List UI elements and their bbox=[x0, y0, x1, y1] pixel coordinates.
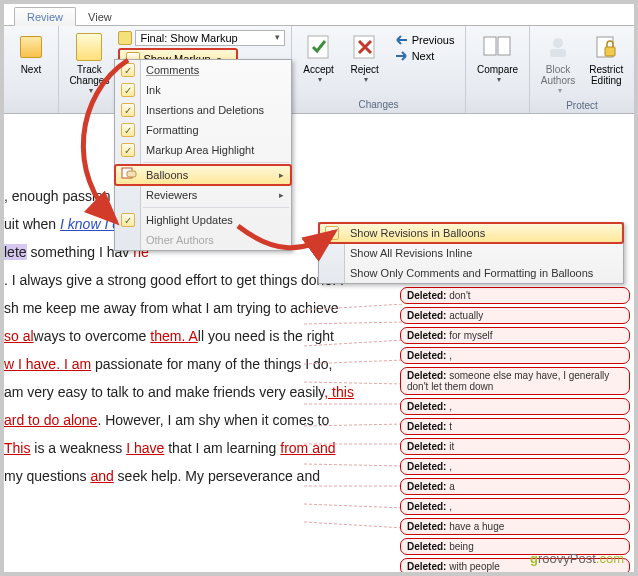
menu-insertions-deletions[interactable]: ✓Insertions and Deletions bbox=[115, 100, 291, 120]
revision-balloon[interactable]: Deleted: actually bbox=[400, 307, 630, 324]
revision-balloon[interactable]: Deleted: have a huge bbox=[400, 518, 630, 535]
reject-button[interactable]: Reject bbox=[344, 28, 386, 87]
ribbon: Next Track Changes Final: Show Markup bbox=[4, 26, 634, 114]
chevron-right-icon: ▸ bbox=[279, 190, 284, 200]
revision-balloon[interactable]: Deleted: t bbox=[400, 418, 630, 435]
svg-rect-5 bbox=[550, 49, 566, 57]
display-for-review-select[interactable]: Final: Show Markup bbox=[135, 30, 285, 46]
tab-view[interactable]: View bbox=[76, 8, 124, 25]
compare-button[interactable]: Compare bbox=[472, 28, 523, 87]
comment-next-label: Next bbox=[21, 64, 42, 75]
menu-balloons[interactable]: Balloons ▸ bbox=[115, 165, 291, 185]
revision-balloon[interactable]: Deleted: , bbox=[400, 398, 630, 415]
track-changes-label: Track Changes bbox=[69, 64, 109, 86]
revision-balloon[interactable]: Deleted: it bbox=[400, 438, 630, 455]
chevron-right-icon: ▸ bbox=[279, 170, 284, 180]
ribbon-group-protect-label: Protect bbox=[566, 98, 598, 114]
submenu-show-inline[interactable]: Show All Revisions Inline bbox=[319, 243, 623, 263]
show-markup-menu: ✓Comments ✓Ink ✓Insertions and Deletions… bbox=[114, 59, 292, 251]
doc-line: , enough passion to bbox=[4, 188, 126, 204]
revision-balloon[interactable]: Deleted: for myself bbox=[400, 327, 630, 344]
menu-formatting[interactable]: ✓Formatting bbox=[115, 120, 291, 140]
revision-balloon[interactable]: Deleted: don't bbox=[400, 287, 630, 304]
reject-label: Reject bbox=[350, 64, 378, 75]
revision-balloon[interactable]: Deleted: , bbox=[400, 498, 630, 515]
arrow-left-icon bbox=[395, 34, 409, 46]
changes-previous-button[interactable]: Previous bbox=[390, 32, 460, 48]
tab-review[interactable]: Review bbox=[14, 7, 76, 26]
restrict-editing-button[interactable]: Restrict Editing bbox=[584, 28, 628, 89]
svg-rect-7 bbox=[605, 47, 615, 56]
block-authors-label: Block Authors bbox=[541, 64, 575, 86]
submenu-show-comments-fmt[interactable]: Show Only Comments and Formatting in Bal… bbox=[319, 263, 623, 283]
revision-balloons-column: Deleted: don'tDeleted: actuallyDeleted: … bbox=[400, 287, 630, 576]
accept-label: Accept bbox=[303, 64, 334, 75]
svg-rect-3 bbox=[498, 37, 510, 55]
changes-previous-label: Previous bbox=[412, 34, 455, 46]
restrict-editing-label: Restrict Editing bbox=[589, 64, 623, 86]
watermark: groovyPost.com bbox=[530, 551, 624, 566]
comment-next-button[interactable]: Next bbox=[10, 28, 52, 78]
balloons-submenu: ✓Show Revisions in Balloons Show All Rev… bbox=[318, 222, 624, 284]
track-changes-button[interactable]: Track Changes bbox=[64, 28, 114, 98]
arrow-right-icon bbox=[395, 50, 409, 62]
changes-next-label: Next bbox=[412, 50, 435, 62]
display-for-review-value: Final: Show Markup bbox=[140, 32, 237, 44]
changes-next-button[interactable]: Next bbox=[390, 48, 460, 64]
menu-reviewers[interactable]: Reviewers▸ bbox=[115, 185, 291, 205]
svg-point-4 bbox=[553, 38, 563, 48]
menu-ink[interactable]: ✓Ink bbox=[115, 80, 291, 100]
revision-balloon[interactable]: Deleted: someone else may have, I genera… bbox=[400, 367, 630, 395]
ribbon-group-changes-label: Changes bbox=[359, 97, 399, 113]
compare-label: Compare bbox=[477, 64, 518, 75]
revision-balloon[interactable]: Deleted: , bbox=[400, 458, 630, 475]
menu-markup-area[interactable]: ✓Markup Area Highlight bbox=[115, 140, 291, 160]
submenu-show-revisions-balloons[interactable]: ✓Show Revisions in Balloons bbox=[319, 223, 623, 243]
menu-highlight-updates[interactable]: ✓Highlight Updates bbox=[115, 210, 291, 230]
svg-rect-21 bbox=[127, 171, 136, 177]
svg-rect-2 bbox=[484, 37, 496, 55]
revision-balloon[interactable]: Deleted: , bbox=[400, 347, 630, 364]
menu-comments[interactable]: ✓Comments bbox=[115, 60, 291, 80]
balloons-icon bbox=[121, 167, 137, 183]
block-authors-button[interactable]: Block Authors bbox=[536, 28, 580, 98]
balloon-tiny-icon bbox=[118, 31, 132, 45]
accept-button[interactable]: Accept bbox=[298, 28, 340, 87]
menu-other-authors: Other Authors bbox=[115, 230, 291, 250]
svg-rect-0 bbox=[308, 36, 328, 58]
revision-balloon[interactable]: Deleted: a bbox=[400, 478, 630, 495]
